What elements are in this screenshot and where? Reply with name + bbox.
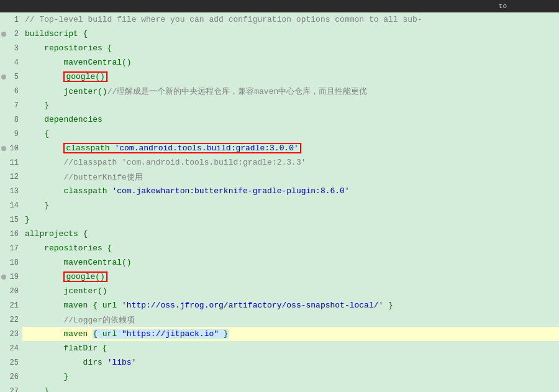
libs-string: 'libs' bbox=[107, 358, 137, 367]
code-lines: // Top-level build file where you can ad… bbox=[22, 12, 559, 392]
code-line-5: google() bbox=[22, 70, 559, 84]
code-text-12: //butterKnife使用 bbox=[25, 171, 143, 183]
code-container: 1234567891011121314151617181920212223242… bbox=[0, 12, 559, 392]
jitpack-string: "https://jitpack.io" bbox=[122, 329, 219, 339]
code-text-17: repositories { bbox=[25, 244, 112, 253]
code-text-15: } bbox=[25, 215, 30, 224]
code-line-23: maven { url "https://jitpack.io" } bbox=[22, 327, 559, 341]
maven-url-string: 'http://oss.jfrog.org/artifactory/oss-sn… bbox=[122, 301, 383, 310]
code-line-1: // Top-level build file where you can ad… bbox=[22, 12, 559, 27]
line-number-16: 16 bbox=[0, 227, 22, 241]
top-bar-to: to bbox=[499, 2, 507, 10]
code-text-8: dependencies bbox=[25, 115, 102, 124]
code-text-7: } bbox=[25, 101, 49, 110]
code-line-3: repositories { bbox=[22, 41, 559, 55]
line-number-26: 26 bbox=[0, 370, 22, 384]
logger-comment: //Logger的依赖项 bbox=[63, 316, 134, 325]
code-line-4: mavenCentral() bbox=[22, 55, 559, 70]
code-text-1: // Top-level build file where you can ad… bbox=[25, 15, 422, 24]
code-text-26: } bbox=[25, 372, 68, 381]
code-text-10: classpath 'com.android.tools.build:gradl… bbox=[25, 143, 301, 153]
butterknife-comment: //butterKnife使用 bbox=[63, 173, 142, 182]
line-number-13: 13 bbox=[0, 184, 22, 198]
code-text-4: mavenCentral() bbox=[25, 58, 132, 67]
line-number-22: 22 bbox=[0, 312, 22, 327]
code-line-11: //classpath 'com.android.tools.build:gra… bbox=[22, 155, 559, 170]
code-line-6: jcenter()//理解成是一个新的中央远程仓库，兼容maven中心仓库，而且… bbox=[22, 84, 559, 98]
code-line-15: } bbox=[22, 212, 559, 227]
code-text-20: jcenter() bbox=[25, 286, 107, 296]
code-line-10: classpath 'com.android.tools.build:gradl… bbox=[22, 141, 559, 155]
line-number-21: 21 bbox=[0, 298, 22, 312]
code-line-7: } bbox=[22, 98, 559, 112]
line-numbers: 1234567891011121314151617181920212223242… bbox=[0, 12, 22, 392]
code-text-3: repositories { bbox=[25, 43, 112, 53]
classpath-boxed: classpath 'com.android.tools.build:gradl… bbox=[63, 143, 301, 153]
line-number-8: 8 bbox=[0, 112, 22, 127]
code-text-22: //Logger的依赖项 bbox=[25, 314, 135, 326]
line-number-17: 17 bbox=[0, 241, 22, 255]
code-line-12: //butterKnife使用 bbox=[22, 170, 559, 184]
code-line-24: flatDir { bbox=[22, 341, 559, 355]
code-line-8: dependencies bbox=[22, 112, 559, 127]
top-bar: to bbox=[0, 0, 559, 12]
line-number-1: 1 bbox=[0, 12, 22, 27]
line-number-5: 5 bbox=[0, 70, 22, 84]
line-number-3: 3 bbox=[0, 41, 22, 55]
jitpack-highlight: { url "https://jitpack.io" } bbox=[93, 329, 228, 339]
google-boxed-2: google() bbox=[63, 271, 107, 282]
code-text-25: dirs 'libs' bbox=[25, 358, 136, 367]
line-number-27: 27 bbox=[0, 384, 22, 392]
google-boxed: google() bbox=[63, 71, 107, 82]
classpath-comment: //classpath 'com.android.tools.build:gra… bbox=[63, 158, 306, 167]
line-number-6: 6 bbox=[0, 84, 22, 98]
line-number-15: 15 bbox=[0, 212, 22, 227]
line-number-12: 12 bbox=[0, 170, 22, 184]
code-line-13: classpath 'com.jakewharton:butterknife-g… bbox=[22, 184, 559, 198]
line-number-24: 24 bbox=[0, 341, 22, 355]
butterknife-string: 'com.jakewharton:butterknife-gradle-plug… bbox=[112, 186, 349, 196]
line-number-23: 23 bbox=[0, 327, 22, 341]
line-number-10: 10 bbox=[0, 141, 22, 155]
code-line-20: jcenter() bbox=[22, 284, 559, 298]
code-text-13: classpath 'com.jakewharton:butterknife-g… bbox=[25, 186, 350, 196]
code-line-9: { bbox=[22, 127, 559, 141]
line-number-18: 18 bbox=[0, 255, 22, 270]
code-line-27: } bbox=[22, 384, 559, 392]
line-number-19: 19 bbox=[0, 270, 22, 284]
code-line-14: } bbox=[22, 198, 559, 212]
line-number-9: 9 bbox=[0, 127, 22, 141]
classpath-string: 'com.android.tools.build:gradle:3.0.0' bbox=[114, 144, 298, 153]
code-line-17: repositories { bbox=[22, 241, 559, 255]
line-number-14: 14 bbox=[0, 198, 22, 212]
code-text-23: maven { url "https://jitpack.io" } bbox=[25, 329, 229, 339]
jcenter-comment: //理解成是一个新的中央远程仓库，兼容maven中心仓库，而且性能更优 bbox=[107, 87, 368, 96]
line-number-20: 20 bbox=[0, 284, 22, 298]
code-text-19: google() bbox=[25, 271, 107, 282]
code-line-18: mavenCentral() bbox=[22, 255, 559, 270]
jcenter-text: jcenter() bbox=[63, 87, 107, 96]
code-line-2: buildscript { bbox=[22, 27, 559, 41]
line-number-11: 11 bbox=[0, 155, 22, 170]
code-text-18: mavenCentral() bbox=[25, 258, 132, 267]
code-text-27: } bbox=[25, 386, 49, 392]
comment-span: // Top-level build file where you can ad… bbox=[25, 15, 422, 24]
code-text-21: maven { url 'http://oss.jfrog.org/artifa… bbox=[25, 301, 393, 310]
code-line-19: google() bbox=[22, 270, 559, 284]
code-text-24: flatDir { bbox=[25, 344, 107, 353]
code-text-9: { bbox=[25, 129, 49, 139]
line-number-2: 2 bbox=[0, 27, 22, 41]
code-text-11: //classpath 'com.android.tools.build:gra… bbox=[25, 158, 306, 167]
code-text-16: allprojects { bbox=[25, 229, 88, 239]
code-line-26: } bbox=[22, 370, 559, 384]
code-line-22: //Logger的依赖项 bbox=[22, 312, 559, 327]
line-number-25: 25 bbox=[0, 355, 22, 370]
code-line-21: maven { url 'http://oss.jfrog.org/artifa… bbox=[22, 298, 559, 312]
code-line-25: dirs 'libs' bbox=[22, 355, 559, 370]
code-text-2: buildscript { bbox=[25, 29, 88, 39]
line-number-4: 4 bbox=[0, 55, 22, 70]
code-text-14: } bbox=[25, 201, 49, 210]
line-number-7: 7 bbox=[0, 98, 22, 112]
code-line-16: allprojects { bbox=[22, 227, 559, 241]
code-text-5: google() bbox=[25, 71, 107, 82]
